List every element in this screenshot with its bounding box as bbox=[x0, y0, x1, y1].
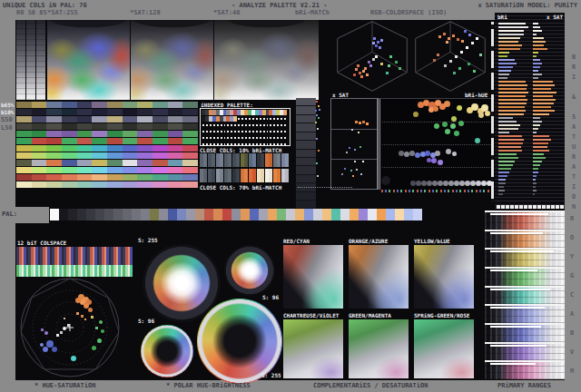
data-point bbox=[56, 334, 59, 337]
bri-bar bbox=[498, 44, 522, 46]
rgb-values-label: R0 50 85 bbox=[16, 9, 47, 16]
bri-bar bbox=[498, 128, 518, 130]
sat-bar bbox=[533, 190, 537, 191]
data-point bbox=[450, 123, 456, 129]
bri-bar bbox=[498, 81, 526, 83]
color-cell bbox=[331, 209, 340, 220]
data-point bbox=[448, 37, 450, 40]
data-point bbox=[466, 46, 468, 49]
mode-polar-hue-brightness[interactable]: * POLAR HUE-BRiGHTNESS bbox=[166, 382, 251, 389]
close-color-pair bbox=[281, 169, 289, 182]
color-cell bbox=[340, 209, 350, 220]
palette-slot[interactable] bbox=[283, 122, 287, 128]
close-color-pair bbox=[224, 153, 231, 167]
close-color-pair bbox=[249, 153, 256, 167]
color-cell bbox=[295, 209, 304, 220]
palette-slot[interactable] bbox=[283, 110, 287, 115]
close-color-pair bbox=[232, 153, 240, 167]
comp-panel-orange-azure bbox=[349, 245, 409, 309]
gradient-column-3 bbox=[36, 20, 45, 100]
strip-label-b65: b65% bbox=[1, 102, 14, 108]
color-cell bbox=[59, 209, 68, 220]
sat-bar bbox=[533, 59, 540, 61]
sat-128-toggle[interactable]: *SAT:128 bbox=[130, 9, 161, 16]
data-point bbox=[479, 54, 482, 56]
close-cols-70-row bbox=[200, 169, 289, 182]
comp-panel-yellow-blue bbox=[414, 245, 474, 309]
close-cols-10-label: CLOSE COLS: 10% bRi-MATCH bbox=[200, 147, 281, 153]
sat-bar bbox=[533, 113, 549, 115]
sat-column-toggle[interactable]: x SAT bbox=[547, 14, 563, 20]
sat-bar bbox=[533, 121, 542, 122]
sat-255-toggle[interactable]: *SAT:255 bbox=[47, 9, 78, 16]
indexed-palette-grid[interactable] bbox=[202, 110, 287, 147]
pal-strip[interactable] bbox=[50, 209, 422, 220]
data-point bbox=[319, 109, 320, 111]
data-point bbox=[388, 64, 390, 67]
bri-bar bbox=[498, 26, 528, 28]
rgb-colorspace-title: RGB-COLORSPACE (ISO) bbox=[370, 9, 447, 16]
palette-slot[interactable] bbox=[283, 129, 287, 134]
data-point bbox=[377, 41, 379, 44]
palette-slot[interactable] bbox=[283, 142, 287, 147]
data-point bbox=[357, 64, 359, 67]
data-point bbox=[76, 312, 79, 315]
sat-bar bbox=[533, 172, 538, 173]
bri-bar bbox=[498, 77, 507, 79]
close-color-pair bbox=[257, 169, 264, 182]
sat-48-toggle[interactable]: *SAT:48 bbox=[213, 9, 241, 16]
bars-scrollbar[interactable] bbox=[491, 22, 494, 203]
data-point bbox=[435, 151, 440, 156]
sat-bar bbox=[533, 66, 540, 68]
sat-bar bbox=[533, 48, 547, 50]
sat-bar bbox=[533, 182, 537, 184]
sat-bar bbox=[533, 161, 542, 162]
data-point bbox=[360, 173, 362, 175]
data-point bbox=[457, 105, 462, 111]
hue-range-letter: V bbox=[570, 348, 574, 368]
histogram-strip bbox=[16, 138, 198, 144]
close-color-pair bbox=[241, 169, 248, 182]
bri-bar bbox=[498, 74, 509, 75]
blob-section-sat255 bbox=[47, 20, 130, 100]
primary-range-block bbox=[485, 360, 565, 379]
primary-ranges-ruler bbox=[496, 205, 565, 209]
palette-slot[interactable] bbox=[283, 135, 287, 141]
saturation-model-toggle[interactable]: x SATURATiON MODEL: PURiTY bbox=[478, 2, 577, 9]
color-cell bbox=[86, 209, 95, 220]
data-point bbox=[389, 55, 392, 58]
data-point bbox=[452, 152, 457, 156]
brightness-ramp-column bbox=[296, 98, 323, 218]
xsat-scatter-toggle[interactable]: x SAT bbox=[332, 92, 349, 98]
palette-slot[interactable] bbox=[283, 116, 287, 122]
sat-bar bbox=[533, 146, 547, 148]
close-color-pair bbox=[208, 153, 215, 167]
sat-bar bbox=[533, 103, 554, 104]
data-point bbox=[318, 105, 320, 107]
bri-bar bbox=[498, 161, 515, 162]
data-point bbox=[354, 149, 356, 151]
hue-range-letter: B bbox=[570, 329, 574, 348]
data-point bbox=[413, 112, 419, 117]
sat-bar bbox=[533, 106, 551, 108]
data-point bbox=[438, 160, 443, 165]
data-point bbox=[84, 318, 86, 320]
bri-bar bbox=[498, 150, 522, 152]
primary-range-block bbox=[485, 267, 565, 286]
data-point bbox=[43, 347, 48, 352]
sat-bar bbox=[533, 132, 537, 133]
gridline bbox=[382, 144, 496, 145]
polar-s255-label-b: S: 255 bbox=[261, 372, 281, 378]
data-point bbox=[355, 68, 358, 71]
data-point bbox=[444, 64, 447, 67]
gradient-column-1 bbox=[16, 20, 25, 100]
comp-panel-red-cyan bbox=[283, 245, 343, 309]
mode-hue-saturation[interactable]: * HUE-SATURATiON bbox=[34, 382, 95, 389]
color-cell bbox=[413, 209, 422, 220]
data-point bbox=[445, 129, 450, 134]
hue-saturation-polar bbox=[16, 276, 123, 379]
color-cell bbox=[322, 209, 331, 220]
color-cell bbox=[50, 209, 59, 220]
sat-bar bbox=[533, 52, 538, 54]
data-point bbox=[458, 67, 461, 70]
